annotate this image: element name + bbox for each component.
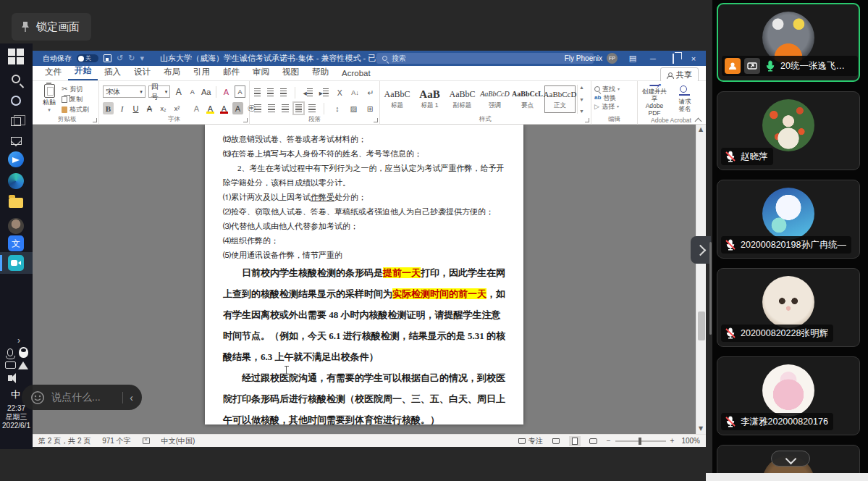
style-标题[interactable]: AaBbC标题 (382, 85, 413, 113)
sidebar-collapse-handle[interactable] (691, 236, 711, 264)
subscript-button[interactable]: x₂ (158, 102, 169, 114)
underline-button[interactable]: U (130, 102, 141, 114)
edge-browser-icon[interactable] (7, 172, 25, 190)
mail-icon[interactable] (7, 132, 25, 149)
page-indicator[interactable]: 第 2 页，共 2 页 (38, 436, 90, 446)
word-vertical-scrollbar[interactable]: ▲ ▼ (696, 125, 706, 434)
ribbon-tab-审阅[interactable]: 审阅 (246, 64, 276, 80)
align-right-icon[interactable] (282, 104, 289, 112)
numbering-icon[interactable] (267, 88, 274, 96)
lock-screen-button[interactable]: 锁定画面 (12, 13, 91, 41)
language-indicator[interactable]: 中文(中国) (161, 436, 195, 446)
ime-indicator[interactable]: 中 (11, 388, 20, 401)
tray-expand-arrow[interactable]: › (17, 335, 20, 346)
sort-icon[interactable]: A↓ (350, 86, 359, 99)
increase-indent-icon[interactable]: ▸ (319, 86, 329, 99)
user-profile-icon[interactable] (7, 217, 25, 235)
docs-app-icon[interactable]: 文 (7, 235, 25, 252)
request-signatures-button[interactable]: 请求签名 (670, 83, 700, 115)
start-button-icon[interactable] (7, 48, 25, 65)
align-left-icon[interactable] (254, 104, 261, 112)
align-center-icon[interactable] (268, 104, 275, 112)
style-强调[interactable]: AaBbCcD强调 (479, 85, 510, 113)
proofing-icon[interactable] (143, 438, 150, 444)
bold-button[interactable]: B (103, 102, 114, 114)
scroll-participants-down-button[interactable] (771, 451, 810, 467)
undo-icon[interactable] (117, 54, 123, 63)
tray-qq-icon[interactable] (17, 346, 29, 358)
character-shading-button[interactable]: A (232, 102, 243, 114)
create-share-pdf-button[interactable]: 创建并共享Adobe PDF (639, 83, 670, 115)
participant-tile[interactable]: 20统一张逸飞的… (717, 3, 860, 82)
minimize-icon[interactable]: ─ (648, 54, 658, 63)
autosave-toggle[interactable]: 关 (77, 54, 98, 62)
search-box[interactable]: 搜索 (376, 53, 594, 64)
tray-mic-icon[interactable] (4, 346, 16, 358)
ribbon-tab-文件[interactable]: 文件 (38, 64, 68, 80)
close-icon[interactable]: × (688, 54, 699, 63)
qat-customize-icon[interactable] (140, 54, 144, 63)
copy-button[interactable]: 复制 (62, 95, 89, 104)
ribbon-tab-视图[interactable]: 视图 (276, 64, 306, 80)
cut-button[interactable]: 剪切 (62, 85, 89, 93)
find-button[interactable]: 查找 (594, 85, 634, 93)
ribbon-tab-设计[interactable]: 设计 (127, 64, 157, 80)
emoji-icon[interactable] (30, 390, 45, 405)
print-layout-button[interactable] (569, 436, 581, 446)
redo-icon[interactable] (128, 54, 135, 63)
font-color-button[interactable]: A (219, 102, 229, 114)
italic-button[interactable]: I (117, 102, 127, 114)
tray-keyboard-icon[interactable] (4, 359, 16, 371)
tray-volume-icon[interactable] (4, 372, 16, 384)
ribbon-tab-插入[interactable]: 插入 (98, 64, 127, 80)
zoom-slider-thumb[interactable] (639, 438, 641, 445)
scrollbar-thumb[interactable] (698, 311, 705, 340)
document-page[interactable]: ⑿故意销毁试卷、答卷或者考试材料的；⒀在答卷上填写与本人身份不符的姓名、考号等信… (205, 125, 523, 424)
grow-font-button[interactable]: A (173, 85, 184, 98)
chat-collapse-arrow[interactable]: ‹ (130, 392, 133, 403)
multilevel-list-icon[interactable] (280, 88, 287, 96)
meeting-app-active-icon[interactable] (0, 252, 33, 274)
paragraph-dialog-launcher[interactable] (374, 118, 378, 122)
cortana-icon[interactable] (7, 92, 25, 109)
select-button[interactable]: 选择 (594, 102, 634, 111)
decrease-indent-icon[interactable]: ◂ (303, 86, 312, 99)
shading-icon[interactable]: ▨ (349, 102, 359, 114)
collapse-ribbon-icon[interactable] (694, 116, 701, 123)
file-explorer-icon[interactable] (7, 194, 25, 212)
strikethrough-button[interactable]: A (144, 102, 155, 114)
font-family-select[interactable]: 宋体 (103, 85, 146, 98)
change-case-button[interactable]: Aa (201, 85, 211, 98)
bullets-icon[interactable] (254, 88, 261, 96)
style-要点[interactable]: AaBbCcL要点 (512, 85, 543, 113)
clear-formatting-button[interactable]: A (221, 85, 232, 98)
chat-input-bar[interactable]: 说点什么... ‹ (22, 385, 142, 410)
shrink-font-button[interactable]: A (187, 85, 198, 98)
chat-placeholder[interactable]: 说点什么... (51, 391, 116, 404)
justify-icon[interactable] (295, 104, 303, 112)
ribbon-tab-布局[interactable]: 布局 (157, 64, 187, 80)
distribute-icon[interactable] (308, 104, 316, 112)
ribbon-tab-引用[interactable]: 引用 (187, 64, 216, 80)
task-view-icon[interactable] (7, 113, 25, 130)
word-count[interactable]: 971 个字 (102, 436, 130, 446)
format-painter-button[interactable]: 格式刷 (62, 105, 89, 114)
style-标题 1[interactable]: AaB标题 1 (414, 85, 445, 113)
font-dialog-launcher[interactable] (243, 118, 248, 122)
asian-layout-icon[interactable]: X (335, 86, 344, 99)
participants-scrollbar-thumb[interactable] (709, 242, 712, 335)
messenger-app-icon[interactable] (7, 151, 25, 168)
font-size-select[interactable]: 四号 (148, 85, 170, 98)
zoom-level[interactable]: 100% (681, 437, 700, 445)
paste-button[interactable]: 粘贴 (37, 83, 62, 115)
superscript-button[interactable]: x² (172, 102, 182, 114)
participant-tile[interactable]: 202000820198孙广冉统— (717, 180, 860, 259)
focus-mode-button[interactable]: 专注 (518, 436, 543, 446)
line-spacing-icon[interactable]: ↕ (332, 102, 342, 114)
read-mode-button[interactable] (550, 436, 562, 446)
show-hide-marks-icon[interactable]: ↵ (366, 86, 375, 99)
styles-dialog-launcher[interactable] (585, 118, 589, 122)
highlight-color-button[interactable]: A (205, 102, 216, 114)
scroll-up-arrow[interactable]: ▲ (699, 127, 704, 133)
replace-button[interactable]: ab替换 (594, 93, 634, 102)
